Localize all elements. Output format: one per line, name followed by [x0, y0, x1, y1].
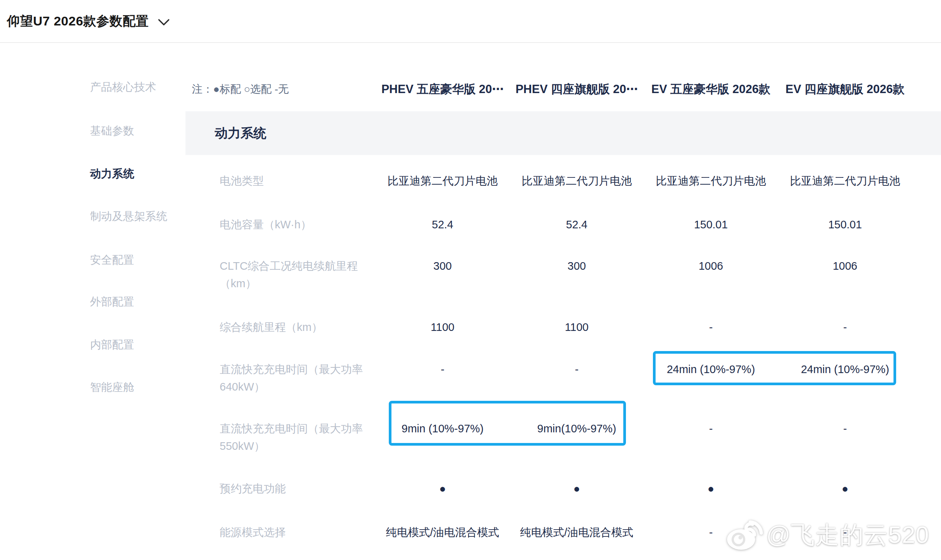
cell-value: - — [644, 524, 778, 541]
cell-value: 300 — [375, 246, 510, 275]
cell-value: 比亚迪第二代刀片电池 — [510, 172, 644, 190]
top-bar: 仰望U7 2026款参数配置 — [0, 0, 941, 43]
cell-value: 比亚迪第二代刀片电池 — [375, 172, 510, 190]
standard-dot-icon: ● — [375, 480, 510, 497]
column-header-phev-4seat: PHEV 四座旗舰版 20⋯ — [510, 81, 644, 97]
cell-value: 1006 — [778, 246, 912, 275]
legend-note: 注：●标配 ○选配 -无 — [185, 82, 375, 96]
cell-value: 52.4 — [510, 216, 644, 233]
table-row: 电池类型 比亚迪第二代刀片电池 比亚迪第二代刀片电池 比亚迪第二代刀片电池 比亚… — [185, 159, 912, 202]
cell-value: - — [644, 408, 778, 437]
cell-value: 150.01 — [644, 216, 778, 233]
cell-value: 52.4 — [375, 216, 510, 233]
row-label-battery-type: 电池类型 — [185, 172, 375, 190]
highlight-box-9min — [389, 401, 626, 446]
cell-value: - — [778, 318, 912, 336]
row-label-combined-range: 综合续航里程（km） — [185, 318, 375, 336]
cell-value: - — [510, 349, 644, 378]
row-label-dc-fast-charge-550kw: 直流快充充电时间（最大功率 550kW） — [185, 408, 375, 455]
cell-value: - — [644, 318, 778, 336]
column-header-ev-5seat: EV 五座豪华版 2026款 — [644, 81, 778, 97]
standard-dot-icon: ● — [510, 480, 644, 497]
cell-value: 1100 — [510, 318, 644, 336]
row-label-energy-mode: 能源模式选择 — [185, 524, 375, 541]
cell-value: 纯电模式/油电混合模式 — [510, 524, 644, 541]
standard-dot-icon: ● — [778, 480, 912, 497]
cell-value: - — [375, 349, 510, 378]
cell-value: 150.01 — [778, 216, 912, 233]
row-label-dc-fast-charge-640kw: 直流快充充电时间（最大功率 640kW） — [185, 349, 375, 395]
row-label-battery-capacity: 电池容量（kW·h） — [185, 216, 375, 233]
spec-comparison-page: 仰望U7 2026款参数配置 产品核心技术 基础参数 动力系统 制动及悬架系统 … — [0, 0, 941, 560]
column-header-ev-4seat: EV 四座旗舰版 2026款 — [778, 81, 912, 97]
sidebar-item-core-tech[interactable]: 产品核心技术 — [90, 80, 156, 95]
table-row: 预约充电功能 ● ● ● ● — [185, 467, 912, 510]
cell-value: 300 — [510, 246, 644, 275]
page-title: 仰望U7 2026款参数配置 — [7, 13, 149, 30]
sidebar-item-brake-suspension[interactable]: 制动及悬架系统 — [90, 209, 167, 224]
sidebar-item-interior[interactable]: 内部配置 — [90, 337, 134, 353]
cell-value: 纯电模式/油电混合模式 — [375, 524, 510, 541]
cell-value: 比亚迪第二代刀片电池 — [644, 172, 778, 190]
cell-value: 比亚迪第二代刀片电池 — [778, 172, 912, 190]
standard-dot-icon: ● — [644, 480, 778, 497]
table-row: 能源模式选择 纯电模式/油电混合模式 纯电模式/油电混合模式 - - — [185, 510, 912, 554]
sidebar-item-basic-params[interactable]: 基础参数 — [90, 123, 134, 139]
cell-value: - — [778, 408, 912, 437]
cell-value: 1006 — [644, 246, 778, 275]
cell-value: 1100 — [375, 318, 510, 336]
row-label-scheduled-charging: 预约充电功能 — [185, 480, 375, 497]
sidebar-item-exterior[interactable]: 外部配置 — [90, 294, 134, 310]
highlight-box-24min — [653, 351, 896, 385]
table-row: CLTC综合工况纯电续航里程 （km） 300 300 1006 1006 — [185, 246, 912, 305]
table-row: 电池容量（kW·h） 52.4 52.4 150.01 150.01 — [185, 202, 912, 246]
section-title-powertrain: 动力系统 — [215, 125, 266, 142]
model-selector[interactable]: 仰望U7 2026款参数配置 — [7, 13, 170, 30]
section-band: 动力系统 — [185, 111, 941, 155]
table-row: 综合续航里程（km） 1100 1100 - - — [185, 305, 912, 349]
sidebar-item-powertrain[interactable]: 动力系统 — [90, 166, 134, 182]
table-header-row: 注：●标配 ○选配 -无 PHEV 五座豪华版 20⋯ PHEV 四座旗舰版 2… — [185, 68, 912, 110]
column-header-phev-5seat: PHEV 五座豪华版 20⋯ — [375, 81, 510, 97]
cell-value: - — [778, 524, 912, 541]
sidebar-item-safety[interactable]: 安全配置 — [90, 253, 134, 268]
row-label-cltc-ev-range: CLTC综合工况纯电续航里程 （km） — [185, 246, 375, 292]
sidebar-item-smart-cockpit[interactable]: 智能座舱 — [90, 380, 134, 395]
chevron-down-icon[interactable] — [157, 18, 170, 27]
